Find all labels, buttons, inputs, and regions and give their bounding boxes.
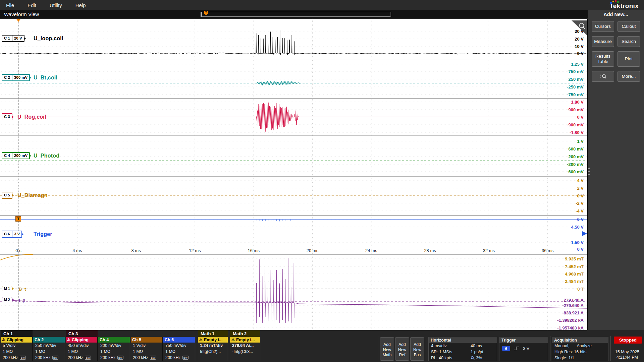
- channel-badge-ch4[interactable]: C 4200 mV: [2, 152, 30, 159]
- channel-label-m1[interactable]: B_t: [19, 287, 26, 292]
- trigger-position-flag[interactable]: T: [204, 11, 208, 15]
- badge-row: 200 kHzBw: [98, 355, 130, 361]
- badge-tab[interactable]: Math 1: [198, 330, 228, 337]
- badge-strip: Ch 2: [33, 337, 65, 343]
- channel-settings-badge[interactable]: ⚠Clipping5 V/div1 MΩ200 kHzBw: [1, 337, 33, 361]
- channel-settings-badge[interactable]: ⚠Empty i...1.24 mT/divIntg(Ch2)...: [198, 337, 228, 361]
- plot-button[interactable]: Plot: [618, 51, 640, 67]
- trigger-source-marker[interactable]: T: [15, 216, 21, 222]
- channel-badge-ch2[interactable]: C 2300 mV: [2, 74, 30, 81]
- acquisition-panel-title: Acquisition: [552, 337, 608, 343]
- axis-label-ch5: -4 V: [576, 208, 584, 214]
- waveform-canvas[interactable]: 30 V20 V10 V0 V1.25 V750 mV250 mV-250 mV…: [0, 19, 587, 330]
- axis-label-ch1: 10 V: [575, 44, 584, 49]
- axis-label-ch3: -1.80 V: [570, 130, 584, 135]
- axis-label-ch3: -900 mV: [567, 122, 584, 127]
- channel-label-ch6[interactable]: Trigger: [34, 231, 52, 237]
- channel-label-ch2[interactable]: U_Bt,coil: [34, 75, 57, 81]
- axis-label-ch6: 4.50 V: [571, 225, 584, 230]
- add-new-header: Add New...: [588, 12, 644, 17]
- channel-settings-badge[interactable]: ⚠Empty i...279.64 A/...-Intg(Ch3...: [230, 337, 260, 361]
- callout-button[interactable]: Callout: [618, 21, 640, 32]
- logo-dot-icon: [617, 1, 619, 3]
- badge-row-value: 1 MΩ: [133, 349, 143, 354]
- badge-row: 200 kHzBw: [131, 355, 162, 361]
- channel-badge-m2[interactable]: M 2: [2, 297, 12, 302]
- run-stop-status[interactable]: Stopped: [614, 337, 642, 344]
- channel-settings-badge[interactable]: Ch 4200 mV/div1 MΩ200 kHzBw: [98, 337, 130, 361]
- channel-label-ch5[interactable]: U_Diamagn: [17, 192, 48, 198]
- add-new-math-button[interactable]: AddNewMath: [380, 337, 394, 361]
- badge-row: 1 MΩ: [33, 349, 65, 355]
- search-button[interactable]: Search: [618, 36, 640, 47]
- horizontal-window: 40 ms: [471, 343, 497, 349]
- magnifier-grid-icon: [599, 74, 607, 79]
- channel-badge-ch3[interactable]: C 3: [2, 113, 12, 120]
- date-display: 15 May 2025: [612, 350, 643, 354]
- channel-id: C 2: [2, 75, 12, 80]
- channel-settings-badge[interactable]: Ch 51 V/div1 MΩ200 kHzBw: [131, 337, 163, 361]
- logo-dot-icon: [610, 2, 612, 4]
- channel-label-ch1[interactable]: U_loop,coil: [34, 36, 63, 42]
- badge-row: 200 kHzBw: [163, 355, 195, 361]
- badge-tab[interactable]: Ch 1: [1, 330, 33, 337]
- trace-m2: [0, 258, 587, 323]
- channel-scale: 20 V: [12, 36, 24, 41]
- channel-badge-m1[interactable]: M 1: [2, 286, 12, 291]
- menu-file[interactable]: File: [6, 2, 14, 8]
- axis-label-m2: -1.957483 kA: [557, 325, 584, 330]
- channel-scale: 200 mV: [12, 153, 29, 159]
- channel-badge-ch5[interactable]: C 5: [2, 192, 12, 199]
- sample-rate: SR: 1 MS/s: [431, 349, 471, 355]
- channel-settings-badge[interactable]: Ch 2250 mV/div1 MΩ200 kHzBw: [33, 337, 65, 361]
- axis-label-ch2: -250 mV: [567, 84, 584, 89]
- badge-row-value: 1 MΩ: [3, 349, 13, 354]
- divider: [427, 336, 427, 361]
- add-new-line: Add: [382, 342, 392, 348]
- add-new-bus-button[interactable]: AddNewBus: [410, 337, 424, 361]
- badge-strip: ⚠Clipping: [1, 337, 32, 343]
- time-per-point: 1 µs/pt: [471, 349, 497, 355]
- badge-row-value: 1 MΩ: [35, 349, 45, 354]
- channel-badge-ch6[interactable]: C 63 V: [2, 231, 22, 238]
- channel-label-ch4[interactable]: U_Photod: [34, 153, 59, 159]
- time-display: 4:21:44 PM: [612, 355, 643, 360]
- channel-scale: 3 V: [12, 231, 21, 237]
- trigger-panel[interactable]: Trigger 6 3 V: [499, 337, 548, 361]
- record-overview-bar[interactable]: T: [201, 12, 391, 17]
- results-table-button[interactable]: Results Table: [592, 51, 614, 67]
- time-axis-label: 28 ms: [424, 248, 436, 253]
- measure-button[interactable]: Measure: [592, 36, 614, 47]
- badge-tab[interactable]: Math 2: [230, 330, 260, 337]
- badge-tab[interactable]: Ch 3: [66, 330, 98, 337]
- channel-label-ch3[interactable]: U_Rog,coil: [17, 114, 46, 120]
- axis-label-ch2: -750 mV: [567, 92, 584, 97]
- axis-label-ch1: 20 V: [575, 37, 584, 42]
- cursors-button[interactable]: Cursors: [592, 21, 614, 32]
- channel-badge-ch1[interactable]: C 120 V: [2, 35, 24, 42]
- acquisition-panel[interactable]: Acquisition Manual, Analyze High Res: 16…: [552, 337, 608, 361]
- axis-label-ch5: 0 V: [577, 193, 584, 198]
- divider: [378, 336, 378, 361]
- channel-label-m2[interactable]: I_p: [19, 298, 25, 303]
- channel-settings-badge[interactable]: Ch 6750 mV/div1 MΩ200 kHzBw: [163, 337, 195, 361]
- waveform-view-window: Waveform View T 30 V20 V10 V0 V1.25 V750…: [0, 10, 588, 330]
- add-new-ref-button[interactable]: AddNewRef: [395, 337, 409, 361]
- menu-edit[interactable]: Edit: [28, 2, 36, 8]
- horizontal-panel[interactable]: Horizontal 4 ms/div 40 ms SR: 1 MS/s 1 µ…: [428, 337, 497, 361]
- add-new-line: New: [382, 348, 392, 353]
- menu-help[interactable]: Help: [75, 2, 86, 8]
- more-button[interactable]: More...: [618, 71, 640, 82]
- divider: [610, 336, 611, 361]
- axis-label-m1: 9.935 mT: [565, 256, 584, 261]
- channel-settings-badge[interactable]: ⚠Clipping450 mV/div1 MΩ200 kHzBw: [66, 337, 98, 361]
- oscilloscope-screen: File Edit Utility Help Tektronix Wavefor…: [0, 0, 644, 362]
- inspect-zoom-button[interactable]: [592, 71, 614, 82]
- channel-scale: 300 mV: [12, 75, 29, 80]
- menu-utility[interactable]: Utility: [50, 2, 62, 8]
- badge-row-value: 450 mV/div: [68, 343, 89, 348]
- panel-grab-handle[interactable]: [588, 168, 590, 175]
- add-new-line: Math: [382, 353, 392, 358]
- waveform-plot[interactable]: 30 V20 V10 V0 V1.25 V750 mV250 mV-250 mV…: [0, 19, 587, 330]
- time-axis-label: 36 ms: [542, 248, 554, 253]
